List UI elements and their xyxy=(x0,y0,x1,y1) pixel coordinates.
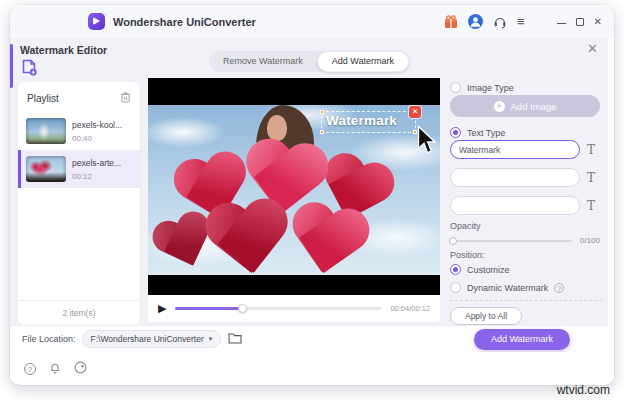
plus-icon: + xyxy=(494,101,505,112)
help-icon[interactable]: ? xyxy=(24,363,36,375)
image-type-label: Image Type xyxy=(467,83,514,93)
watermark-text-input-3[interactable] xyxy=(450,196,580,215)
playlist-panel: Playlist pexels-kool... 00:40 pexels-art… xyxy=(18,82,140,325)
app-logo-icon xyxy=(88,13,105,30)
progress-fill xyxy=(175,307,243,310)
dynamic-watermark-label: Dynamic Watermark xyxy=(467,283,548,293)
titlebar: Wondershare UniConverter ≡ ✕ xyxy=(10,5,614,38)
customize-label: Customize xyxy=(467,265,510,275)
dynamic-watermark-option[interactable]: Dynamic Watermark ? xyxy=(450,282,564,293)
chevron-down-icon: ▾ xyxy=(209,335,213,343)
titlebar-icons: ≡ ✕ xyxy=(444,14,602,29)
tab-remove-watermark[interactable]: Remove Watermark xyxy=(209,51,317,72)
font-settings-icon[interactable]: T xyxy=(587,172,595,184)
playlist-item-selected[interactable]: pexels-arte... 00:12 xyxy=(18,150,140,188)
app-title: Wondershare UniConverter xyxy=(113,16,256,28)
font-settings-icon[interactable]: T xyxy=(587,200,595,212)
add-file-icon[interactable] xyxy=(20,58,38,76)
add-watermark-button[interactable]: Add Watermark xyxy=(474,329,570,350)
support-headset-icon[interactable] xyxy=(493,15,507,29)
playlist-title: Playlist xyxy=(27,93,59,104)
editor-close-icon[interactable]: ✕ xyxy=(587,41,598,56)
playlist-item-count: 2 item(s) xyxy=(18,300,140,325)
watermark-text-row: T xyxy=(450,196,595,215)
play-button[interactable]: ▶ xyxy=(158,303,166,314)
file-location-dropdown[interactable]: F:\Wondershare UniConverter ▾ xyxy=(82,330,222,348)
playlist-item-name: pexels-arte... xyxy=(72,158,121,168)
playlist-item-meta: pexels-arte... 00:12 xyxy=(72,158,121,181)
customize-option[interactable]: Customize xyxy=(450,264,510,275)
editor-title: Watermark Editor xyxy=(20,44,107,56)
watermark-editor-panel: Watermark Editor ✕ Remove Watermark Add … xyxy=(10,38,608,352)
account-avatar-icon[interactable] xyxy=(468,14,483,29)
watermark-text-input-2[interactable] xyxy=(450,168,580,187)
editor-footer: File Location: F:\Wondershare UniConvert… xyxy=(10,325,608,352)
add-image-label: Add Image xyxy=(511,101,557,112)
radio-customize[interactable] xyxy=(450,264,461,275)
opacity-slider[interactable] xyxy=(450,240,572,242)
playlist-item[interactable]: pexels-kool... 00:40 xyxy=(18,112,140,150)
help-icon[interactable]: ? xyxy=(554,283,564,293)
progress-handle[interactable] xyxy=(238,304,247,313)
mouse-cursor-icon xyxy=(416,125,437,158)
radio-text-type[interactable] xyxy=(450,127,461,138)
video-thumbnail xyxy=(26,156,66,182)
radio-image-type[interactable] xyxy=(450,82,461,93)
apply-to-all-button[interactable]: Apply to All xyxy=(450,307,522,325)
tab-add-watermark[interactable]: Add Watermark xyxy=(317,51,409,72)
watermark-text-row: T xyxy=(450,140,595,159)
video-thumbnail xyxy=(26,118,66,144)
file-location-label: File Location: xyxy=(22,334,76,344)
watermark-tabs: Remove Watermark Add Watermark xyxy=(209,51,409,72)
maximize-icon[interactable] xyxy=(576,18,584,26)
playlist-item-duration: 00:12 xyxy=(72,172,121,181)
feedback-icon[interactable] xyxy=(74,360,87,378)
trash-icon[interactable] xyxy=(120,89,131,107)
image-type-option[interactable]: Image Type xyxy=(450,82,514,93)
page: Wondershare UniConverter ≡ ✕ Watermark E… xyxy=(0,0,624,400)
minimize-icon[interactable] xyxy=(557,23,566,24)
heart-balloon xyxy=(280,200,374,275)
site-watermark: wtvid.com xyxy=(557,383,610,397)
watermark-text-input-1[interactable] xyxy=(450,140,580,159)
watermark-overlay-box[interactable]: Watermark ✕ xyxy=(321,111,416,133)
opacity-label: Opacity xyxy=(450,221,481,231)
resize-handle[interactable] xyxy=(320,110,324,114)
watermark-text-row: T xyxy=(450,168,595,187)
open-folder-icon[interactable] xyxy=(228,330,242,348)
watermark-overlay-text[interactable]: Watermark xyxy=(326,113,397,128)
window-footer: ? xyxy=(10,352,614,385)
delete-watermark-icon[interactable]: ✕ xyxy=(409,106,421,118)
opacity-slider-handle[interactable] xyxy=(449,237,457,245)
resize-handle[interactable] xyxy=(320,130,324,134)
playlist-item-duration: 00:40 xyxy=(72,134,122,143)
hamburger-menu-icon[interactable]: ≡ xyxy=(517,15,525,28)
file-location-value: F:\Wondershare UniConverter xyxy=(91,334,204,344)
window-close-icon[interactable]: ✕ xyxy=(594,17,602,27)
position-label: Position: xyxy=(450,250,485,260)
playlist-item-meta: pexels-kool... 00:40 xyxy=(72,120,122,143)
video-preview: Watermark ✕ xyxy=(148,78,440,295)
progress-bar[interactable] xyxy=(175,307,381,310)
font-settings-icon[interactable]: T xyxy=(587,144,595,156)
player-controls: ▶ 00:04/00:12 xyxy=(148,295,440,322)
accent-bar xyxy=(10,44,13,88)
settings-panel: Image Type + Add Image Text Type T T xyxy=(450,78,602,328)
playlist-header: Playlist xyxy=(18,82,140,112)
opacity-value: 0/100 xyxy=(580,236,600,245)
video-subject-face xyxy=(267,115,287,141)
notifications-bell-icon[interactable] xyxy=(49,360,61,378)
opacity-slider-row: 0/100 xyxy=(450,236,600,245)
text-type-option[interactable]: Text Type xyxy=(450,127,505,138)
divider xyxy=(450,300,602,301)
time-display: 00:04/00:12 xyxy=(390,304,430,313)
radio-dynamic-watermark[interactable] xyxy=(450,282,461,293)
gift-icon[interactable] xyxy=(444,15,458,29)
add-image-button[interactable]: + Add Image xyxy=(450,95,600,117)
text-type-label: Text Type xyxy=(467,128,505,138)
app-window: Wondershare UniConverter ≡ ✕ Watermark E… xyxy=(10,5,614,385)
playlist-item-name: pexels-kool... xyxy=(72,120,122,130)
